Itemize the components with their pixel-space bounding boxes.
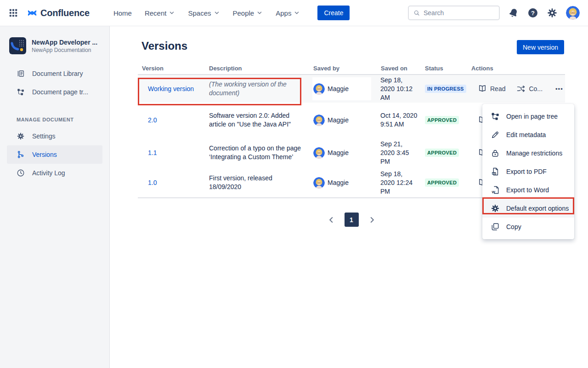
shuffle-compare-icon xyxy=(516,84,526,93)
sidebar-item-document-page-tree[interactable]: Document page tr... xyxy=(7,83,102,101)
nav-item-spaces[interactable]: Spaces xyxy=(183,6,224,20)
sidebar-item-activity-log[interactable]: Activity Log xyxy=(7,164,102,182)
new-version-button[interactable]: New version xyxy=(517,40,564,54)
saved-by-name: Maggie xyxy=(328,149,349,156)
nav-item-apps[interactable]: Apps xyxy=(271,6,305,20)
table-row: Working version (The working version of … xyxy=(138,75,565,103)
nav-item-people[interactable]: People xyxy=(228,6,268,20)
status-badge: APPROVED xyxy=(425,116,459,124)
menu-item-export-to-word[interactable]: Export to Word xyxy=(482,181,574,199)
column-header: Status xyxy=(422,65,469,72)
version-link[interactable]: 2.0 xyxy=(138,116,207,124)
nav-item-label: Home xyxy=(113,9,132,17)
nav-item-home[interactable]: Home xyxy=(109,6,136,20)
version-description: Software version 2.0: Added article on "… xyxy=(207,111,312,129)
page-tree-icon xyxy=(17,88,25,96)
avatar-icon xyxy=(313,115,325,126)
book-icon xyxy=(478,84,487,93)
saved-by-name: Maggie xyxy=(328,85,349,92)
next-page-icon[interactable] xyxy=(368,216,376,224)
top-nav: Confluence Home Recent Spaces People App… xyxy=(0,0,588,26)
pencil-icon xyxy=(491,130,500,139)
page-title: Versions xyxy=(141,40,187,52)
space-name: NewApp Developer ... xyxy=(32,39,97,46)
column-header: Actions xyxy=(469,65,565,72)
previous-page-icon[interactable] xyxy=(327,216,335,224)
chevron-down-icon xyxy=(256,10,263,16)
confluence-logo[interactable]: Confluence xyxy=(27,7,90,18)
help-icon[interactable] xyxy=(527,7,538,18)
compare-action[interactable]: Co... xyxy=(516,84,543,93)
search-box[interactable] xyxy=(408,6,500,20)
menu-item-label: Export to Word xyxy=(506,186,549,194)
saved-by-cell: Maggie xyxy=(312,103,380,138)
sidebar-item-settings[interactable]: Settings xyxy=(7,127,102,145)
saved-by-name: Maggie xyxy=(328,116,349,124)
logo-text: Confluence xyxy=(40,8,90,18)
gear-icon xyxy=(491,204,500,213)
menu-item-open-in-page-tree[interactable]: Open in page tree xyxy=(482,107,574,126)
column-header: Description xyxy=(207,65,312,72)
version-link[interactable]: 1.0 xyxy=(138,179,207,186)
version-description: (The working version of the document) xyxy=(207,80,312,98)
menu-item-copy[interactable]: Copy xyxy=(482,218,574,236)
status-cell: APPROVED xyxy=(422,149,469,157)
sidebar-item-label: Document Library xyxy=(32,70,83,77)
menu-item-default-export-options[interactable]: Default export options xyxy=(482,199,574,218)
app-switcher-icon[interactable] xyxy=(8,8,18,18)
notifications-bell-icon[interactable] xyxy=(508,7,519,18)
menu-item-label: Edit metadata xyxy=(506,131,546,138)
versions-branch-icon xyxy=(17,150,25,159)
sidebar: NewApp Developer ... NewApp Documentatio… xyxy=(0,26,110,368)
search-input[interactable] xyxy=(424,9,494,17)
status-badge: IN PROGRESS xyxy=(425,85,466,93)
primary-nav: Home Recent Spaces People Apps xyxy=(109,6,305,20)
menu-item-label: Manage restrictions xyxy=(506,150,562,157)
menu-item-manage-restrictions[interactable]: Manage restrictions xyxy=(482,144,574,162)
version-description: First version, released 18/09/2020 xyxy=(207,174,312,191)
sidebar-item-label: Document page tr... xyxy=(32,88,88,96)
gear-icon xyxy=(17,132,25,140)
space-subtitle: NewApp Documentation xyxy=(32,47,97,53)
version-link[interactable]: Working version xyxy=(138,85,207,92)
sidebar-item-label: Settings xyxy=(32,132,56,140)
version-link[interactable]: 1.1 xyxy=(138,149,207,156)
nav-item-label: Spaces xyxy=(188,9,211,17)
more-actions-button[interactable]: ••• xyxy=(555,86,563,92)
compare-label: Co... xyxy=(529,85,543,92)
read-action[interactable]: Read xyxy=(478,84,505,93)
status-cell: IN PROGRESS xyxy=(422,85,469,93)
sidebar-item-document-library[interactable]: Document Library xyxy=(7,64,102,83)
lock-icon xyxy=(491,149,500,158)
saved-on: Sep 18, 2020 12:24 PM xyxy=(380,170,422,196)
saved-by-cell: Maggie xyxy=(312,168,380,197)
column-header: Version xyxy=(138,65,207,72)
avatar-icon xyxy=(566,6,580,20)
chevron-down-icon xyxy=(169,10,175,16)
chevron-down-icon xyxy=(294,10,300,16)
saved-on: Oct 14, 2020 9:51 AM xyxy=(380,111,422,129)
settings-gear-icon[interactable] xyxy=(547,7,558,18)
sidebar-item-versions[interactable]: Versions xyxy=(7,145,102,164)
menu-item-export-to-pdf[interactable]: Export to PDF xyxy=(482,162,574,181)
copy-icon xyxy=(491,222,500,231)
space-header[interactable]: NewApp Developer ... NewApp Documentatio… xyxy=(0,37,109,57)
column-header: Saved on xyxy=(380,65,422,72)
status-cell: APPROVED xyxy=(422,178,469,187)
nav-item-label: Recent xyxy=(145,9,167,17)
nav-item-recent[interactable]: Recent xyxy=(140,6,180,20)
space-avatar-icon xyxy=(9,37,26,54)
avatar-icon xyxy=(313,83,325,95)
page-number-current[interactable]: 1 xyxy=(345,213,359,227)
pdf-icon xyxy=(491,167,500,176)
word-icon xyxy=(491,185,500,195)
create-button[interactable]: Create xyxy=(317,6,350,20)
menu-item-label: Open in page tree xyxy=(506,113,558,120)
menu-item-edit-metadata[interactable]: Edit metadata xyxy=(482,126,574,144)
sidebar-item-label: Versions xyxy=(32,151,57,158)
menu-item-label: Copy xyxy=(506,223,521,230)
menu-item-label: Default export options xyxy=(506,205,569,212)
status-badge: APPROVED xyxy=(425,149,459,157)
saved-on: Sep 21, 2020 3:45 PM xyxy=(380,140,422,166)
user-avatar[interactable] xyxy=(566,6,580,20)
